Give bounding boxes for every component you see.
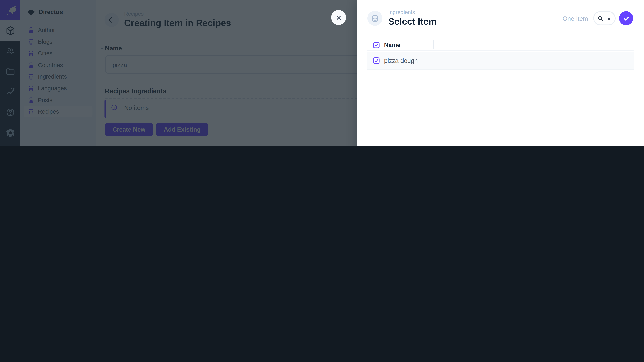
table-row[interactable]: pizza dough — [368, 52, 634, 69]
items-table: Name pizza dough — [368, 39, 634, 69]
drawer-close-button[interactable] — [331, 10, 346, 25]
close-icon — [335, 13, 343, 21]
filter-icon[interactable] — [606, 15, 612, 22]
table-header[interactable]: Name — [368, 39, 634, 51]
select-item-drawer: Ingredients Select Item One Item — [357, 0, 644, 146]
database-icon — [371, 14, 379, 22]
drawer-title: Select Item — [388, 16, 437, 27]
search-filter-group[interactable] — [593, 11, 616, 25]
item-count-label: One Item — [562, 15, 588, 22]
collection-avatar — [368, 11, 382, 26]
drawer-header: Ingredients Select Item One Item — [357, 0, 644, 37]
drawer-actions: One Item — [562, 11, 633, 25]
confirm-selection-button[interactable] — [619, 11, 633, 25]
add-column-button[interactable] — [626, 42, 632, 48]
column-resize-handle[interactable] — [433, 40, 434, 49]
name-column-header[interactable]: Name — [384, 41, 400, 48]
row-name-cell: pizza dough — [384, 57, 418, 64]
row-checkbox[interactable] — [373, 57, 380, 64]
drawer-titles: Ingredients Select Item — [388, 9, 437, 27]
search-icon[interactable] — [597, 15, 604, 22]
check-icon — [622, 14, 630, 22]
directus-app: Directus Author Blogs Cities Countries I… — [0, 0, 644, 146]
drawer-collection-label: Ingredients — [388, 9, 437, 16]
select-all-checkbox[interactable] — [373, 42, 380, 48]
